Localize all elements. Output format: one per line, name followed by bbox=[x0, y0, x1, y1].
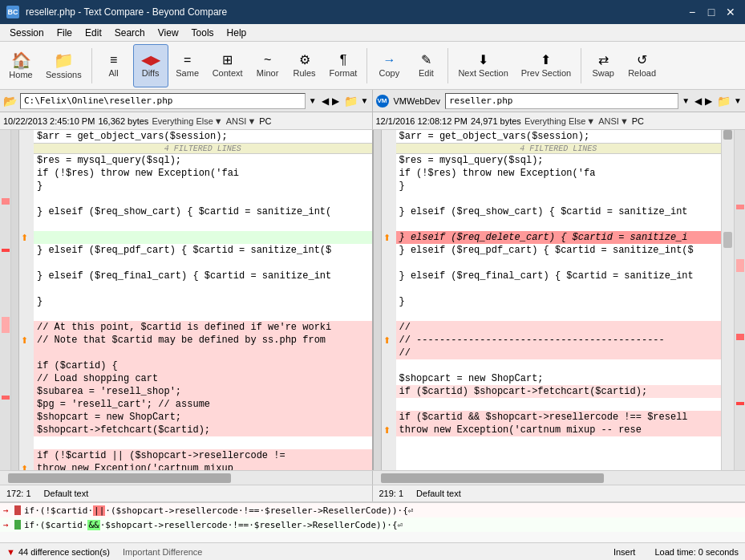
left-folder-open[interactable]: 📁 bbox=[344, 95, 358, 108]
context-button[interactable]: ⊞ Context bbox=[207, 44, 249, 87]
menu-edit[interactable]: Edit bbox=[79, 26, 108, 40]
left-encoding-dropdown[interactable]: ANSI ▼ bbox=[226, 116, 257, 126]
copy-button[interactable]: → Copy bbox=[371, 44, 407, 87]
compare-arrow-1: → bbox=[3, 505, 14, 516]
filtered-lines-right: 4 FILTERED LINES bbox=[396, 143, 722, 154]
context-icon: ⊞ bbox=[222, 54, 233, 67]
swap-button[interactable]: ⇄ Swap bbox=[585, 44, 621, 87]
code-line-diff: $shopcart->fetchcart($cartid); bbox=[34, 424, 372, 436]
toolbar-sep-3 bbox=[447, 48, 448, 83]
menu-search[interactable]: Search bbox=[108, 26, 152, 40]
left-code-pane[interactable]: ⬆ ⬆ ⬆ bbox=[11, 130, 374, 470]
diff-type: Important Difference bbox=[123, 547, 202, 557]
code-line: } elseif ($req_pdf_cart) { $cartid = san… bbox=[396, 244, 722, 257]
menu-tools[interactable]: Tools bbox=[185, 26, 221, 40]
right-scroll-area[interactable] bbox=[373, 471, 745, 485]
minor-button[interactable]: ~ Minor bbox=[250, 44, 285, 87]
title-text: reseller.php - Text Compare - Beyond Com… bbox=[26, 6, 678, 18]
next-section-button[interactable]: ⬇ Next Section bbox=[452, 44, 513, 87]
code-line-diff: // Load shopping cart bbox=[34, 372, 372, 385]
menu-view[interactable]: View bbox=[152, 26, 185, 40]
code-line-diff2: if (!$cartid || ($shopcart->resellercode… bbox=[34, 449, 372, 462]
code-line-diff2: throw new Exception('cartnum mixup -- re… bbox=[396, 424, 722, 436]
left-scroll-area[interactable] bbox=[0, 471, 373, 485]
edit-button[interactable]: ✎ Edit bbox=[408, 44, 443, 87]
home-icon: 🏠 bbox=[11, 52, 31, 68]
code-line-diff: // bbox=[396, 321, 722, 334]
right-nav-forward[interactable]: ▶ bbox=[705, 95, 712, 107]
code-line bbox=[34, 436, 372, 449]
menu-bar: Session File Edit Search View Tools Help bbox=[0, 24, 745, 42]
left-code-content[interactable]: $arr = get_object_vars($session); 4 FILT… bbox=[34, 130, 372, 470]
code-line-highlight: } elseif ($req_delete_cart) { $cartid = … bbox=[396, 231, 722, 244]
prev-section-button[interactable]: ⬆ Prev Section bbox=[516, 44, 577, 87]
diff-count: 44 difference section(s) bbox=[18, 547, 110, 557]
close-button[interactable]: ✕ bbox=[723, 4, 739, 20]
all-icon: ≡ bbox=[110, 54, 117, 67]
same-button[interactable]: = Same bbox=[170, 44, 205, 87]
menu-session[interactable]: Session bbox=[3, 26, 51, 40]
code-line-diff bbox=[34, 347, 372, 359]
maximize-button[interactable]: □ bbox=[703, 4, 719, 20]
right-line-ending: PC bbox=[632, 116, 644, 126]
editor-row: ⬆ ⬆ ⬆ bbox=[0, 130, 745, 470]
right-date: 12/1/2016 12:08:12 PM bbox=[376, 116, 468, 126]
left-path-dropdown[interactable]: ▼ bbox=[309, 96, 317, 105]
left-nav-forward[interactable]: ▶ bbox=[332, 95, 339, 107]
home-button[interactable]: 🏠 Home bbox=[3, 44, 38, 87]
right-folder-dropdown2[interactable]: ▼ bbox=[734, 96, 742, 105]
right-scrollbar[interactable] bbox=[721, 130, 734, 470]
right-info-bar: 12/1/2016 12:08:12 PM 24,971 bytes Every… bbox=[373, 112, 746, 130]
right-folder-open[interactable]: 📁 bbox=[717, 95, 731, 108]
diffs-button[interactable]: ◀▶ Diffs bbox=[133, 44, 168, 87]
left-line-numbers bbox=[11, 130, 19, 470]
left-diff-gutter: ⬆ ⬆ ⬆ bbox=[19, 130, 34, 470]
minimize-button[interactable]: − bbox=[684, 4, 700, 20]
rules-button[interactable]: ⚙ Rules bbox=[287, 44, 322, 87]
menu-help[interactable]: Help bbox=[221, 26, 253, 40]
code-line bbox=[396, 193, 722, 205]
right-section-label: Everything Else bbox=[524, 116, 585, 126]
file-bar-container: 📂 ▼ ◀ ▶ 📁 ▼ VM VMWebDev ▼ ◀ ▶ 📁 ▼ bbox=[0, 90, 745, 112]
right-section-dropdown[interactable]: Everything Else ▼ bbox=[524, 116, 595, 126]
left-minimap[interactable] bbox=[0, 130, 11, 470]
compare-marker-2 bbox=[14, 520, 21, 530]
compare-code-2: if·($cartid·&&·$shopcart->resellercode·!… bbox=[24, 520, 403, 530]
code-line-diff2: throw new Exception('cartnum mixup bbox=[34, 462, 372, 470]
load-time: Load time: 0 seconds bbox=[654, 547, 739, 557]
right-encoding-arrow: ▼ bbox=[620, 116, 629, 126]
left-section-dropdown[interactable]: Everything Else ▼ bbox=[152, 116, 222, 126]
format-label: Format bbox=[330, 68, 358, 78]
right-path-dropdown[interactable]: ▼ bbox=[682, 96, 690, 105]
all-button[interactable]: ≡ All bbox=[96, 44, 132, 87]
vm-icon: VM bbox=[376, 95, 389, 108]
minor-icon: ~ bbox=[264, 54, 271, 67]
code-line: $shopcart = new ShopCart; bbox=[396, 372, 722, 385]
right-code-content[interactable]: $arr = get_object_vars($session); 4 FILT… bbox=[396, 130, 722, 470]
reload-button[interactable]: ↺ Reload bbox=[622, 44, 662, 87]
left-file-path[interactable] bbox=[20, 93, 306, 109]
right-nav-back[interactable]: ◀ bbox=[694, 95, 702, 107]
menu-file[interactable]: File bbox=[51, 26, 79, 40]
left-folder-icon[interactable]: 📂 bbox=[3, 95, 17, 108]
right-code-pane[interactable]: ⬆ ⬆ ⬆ $arr = get_object_v bbox=[374, 130, 735, 470]
code-line-diff: $shopcart = new ShopCart; bbox=[34, 411, 372, 424]
code-line bbox=[396, 308, 722, 321]
copy-label: Copy bbox=[379, 68, 400, 78]
next-section-label: Next Section bbox=[458, 68, 508, 78]
code-line bbox=[396, 257, 722, 270]
sessions-button[interactable]: 📁 Sessions bbox=[40, 44, 87, 87]
left-folder-dropdown2[interactable]: ▼ bbox=[361, 96, 369, 105]
format-button[interactable]: ¶ Format bbox=[324, 44, 363, 87]
code-line: if (!$res) throw new Exception('fa bbox=[396, 167, 722, 180]
right-minimap[interactable] bbox=[734, 130, 745, 470]
toolbar-sep-4 bbox=[581, 48, 581, 83]
code-line bbox=[34, 308, 372, 321]
code-line-empty-diff bbox=[34, 231, 372, 244]
code-line bbox=[34, 218, 372, 231]
right-file-path[interactable] bbox=[445, 93, 678, 109]
title-bar: BC reseller.php - Text Compare - Beyond … bbox=[0, 0, 745, 24]
left-nav-back[interactable]: ◀ bbox=[322, 95, 329, 107]
right-encoding-dropdown[interactable]: ANSI ▼ bbox=[598, 116, 629, 126]
code-line bbox=[34, 193, 372, 205]
